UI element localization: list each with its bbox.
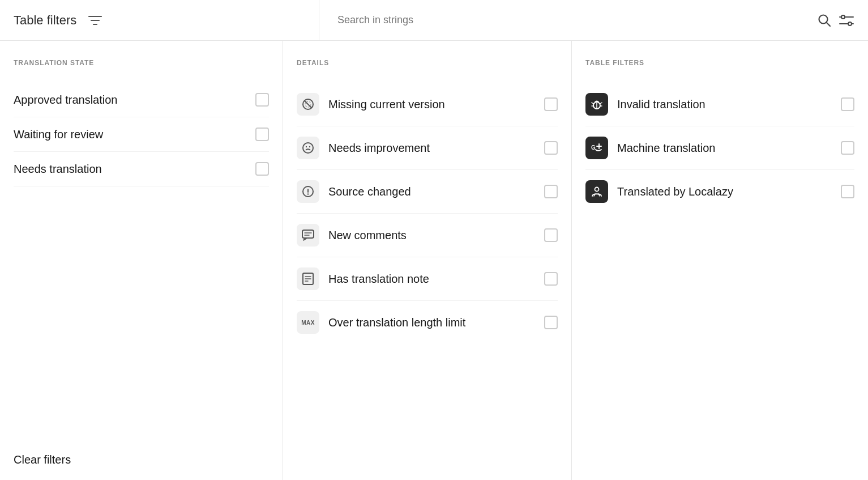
filter-label-approved: Approved translation [14, 94, 117, 107]
checkbox-needs[interactable] [255, 162, 269, 176]
filter-row-waiting: Waiting for review [14, 117, 269, 152]
search-icons [817, 13, 854, 28]
filter-label-missing: Missing current version [328, 98, 445, 111]
checkbox-length[interactable] [544, 316, 558, 329]
checkbox-comments[interactable] [544, 228, 558, 242]
bug-icon [585, 93, 608, 116]
checkbox-missing[interactable] [544, 97, 558, 111]
svg-line-10 [305, 101, 311, 108]
header: Table filters [0, 0, 868, 41]
svg-line-4 [827, 22, 831, 26]
comment-icon [297, 224, 319, 247]
filter-label-note: Has translation note [328, 273, 429, 286]
filter-label-machine: Machine translation [617, 142, 715, 155]
table-filters-title: TABLE FILTERS [585, 59, 854, 67]
svg-point-12 [303, 143, 313, 153]
svg-point-6 [841, 15, 845, 19]
filter-label-invalid: Invalid translation [617, 98, 705, 111]
filter-left-machine: G Machine translation [585, 137, 715, 159]
header-left: Table filters [14, 0, 319, 40]
svg-point-17 [307, 193, 309, 194]
checkbox-machine[interactable] [841, 141, 854, 155]
checkbox-source-changed[interactable] [544, 185, 558, 198]
filter-left-length: MAX Over translation length limit [297, 311, 465, 334]
svg-line-26 [592, 103, 593, 104]
filter-left-missing: Missing current version [297, 93, 445, 116]
clear-filters-button[interactable]: Clear filters [14, 453, 71, 466]
checkbox-invalid[interactable] [841, 97, 854, 111]
filter-label-waiting: Waiting for review [14, 128, 103, 141]
search-icon-button[interactable] [817, 13, 832, 28]
filter-adjust-icon-button[interactable] [839, 14, 854, 27]
clear-filters-area: Clear filters [14, 453, 71, 466]
translation-state-column: TRANSLATION STATE Approved translation W… [0, 41, 283, 480]
header-right [319, 13, 854, 28]
svg-line-27 [600, 103, 602, 104]
svg-point-8 [848, 22, 852, 26]
table-filters-column: TABLE FILTERS Invalid translation [572, 41, 868, 480]
filter-label-needs: Needs translation [14, 163, 102, 176]
filter-left-note: Has translation note [297, 267, 429, 290]
filter-left-improvement: Needs improvement [297, 137, 430, 159]
filter-row-localazy: Translated by Localazy [585, 170, 854, 213]
filter-row-improvement: Needs improvement [297, 126, 558, 170]
details-column: DETAILS Missing current version [283, 41, 572, 480]
machine-translate-icon: G [585, 137, 608, 159]
filter-row-note: Has translation note [297, 257, 558, 301]
filter-row-comments: New comments [297, 214, 558, 257]
filter-row-approved: Approved translation [14, 83, 269, 117]
filter-label-comments: New comments [328, 229, 407, 242]
checkbox-note[interactable] [544, 272, 558, 286]
filter-label-improvement: Needs improvement [328, 142, 430, 155]
filter-row-source-changed: Source changed [297, 170, 558, 214]
filter-icon-button[interactable] [88, 14, 102, 27]
exclamation-circle-icon [297, 180, 319, 203]
checkbox-localazy[interactable] [841, 185, 854, 198]
filter-left-comments: New comments [297, 224, 407, 247]
max-icon: MAX [297, 311, 319, 334]
filter-row-needs: Needs translation [14, 152, 269, 186]
filter-row-length: MAX Over translation length limit [297, 301, 558, 344]
svg-point-14 [309, 146, 310, 147]
missing-icon [297, 93, 319, 116]
sad-face-icon [297, 137, 319, 159]
filter-left-localazy: Translated by Localazy [585, 180, 733, 203]
filter-row-machine: G Machine translation [585, 126, 854, 170]
svg-text:G: G [591, 145, 596, 151]
filter-row-invalid: Invalid translation [585, 83, 854, 126]
filter-left-invalid: Invalid translation [585, 93, 705, 116]
checkbox-improvement[interactable] [544, 141, 558, 155]
filter-left-source-changed: Source changed [297, 180, 411, 203]
filter-label-localazy: Translated by Localazy [617, 185, 733, 198]
svg-point-32 [595, 188, 599, 192]
filter-label-length: Over translation length limit [328, 316, 465, 329]
checkbox-approved[interactable] [255, 93, 269, 107]
details-title: DETAILS [297, 59, 558, 67]
checkbox-waiting[interactable] [255, 128, 269, 141]
svg-point-13 [306, 146, 307, 147]
translation-state-title: TRANSLATION STATE [14, 59, 269, 67]
person-localazy-icon [585, 180, 608, 203]
note-icon [297, 267, 319, 290]
svg-rect-18 [302, 230, 314, 238]
filter-label-source-changed: Source changed [328, 185, 411, 198]
page-title: Table filters [14, 13, 76, 28]
search-input[interactable] [337, 14, 808, 26]
filter-row-missing: Missing current version [297, 83, 558, 126]
